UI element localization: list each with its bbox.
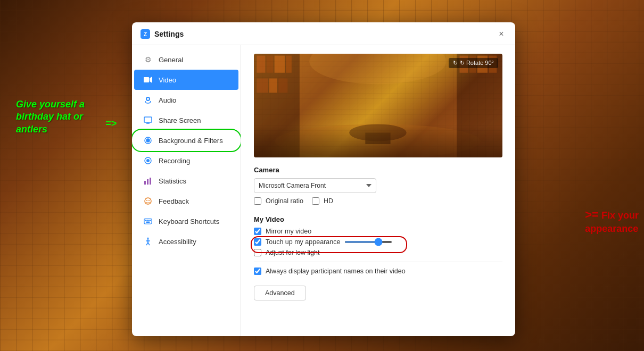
svg-point-42 — [349, 124, 406, 141]
sidebar-item-background-filters[interactable]: Background & Filters — [134, 130, 238, 151]
svg-rect-28 — [257, 56, 265, 73]
svg-rect-18 — [147, 220, 148, 221]
main-content: ↻ ↻ Rotate 90° Camera Microsoft Camera F… — [241, 45, 515, 336]
sidebar-label-general: General — [159, 56, 183, 64]
annotation-line1: Give yourself a — [16, 99, 85, 110]
accessibility-icon — [143, 236, 153, 247]
svg-rect-33 — [269, 79, 277, 93]
rotate-icon: ↻ — [453, 60, 458, 66]
sidebar-item-accessibility[interactable]: Accessibility — [134, 231, 238, 252]
svg-rect-17 — [145, 220, 146, 221]
dialog-title: Settings — [154, 30, 184, 38]
svg-point-21 — [147, 238, 149, 239]
svg-rect-19 — [150, 220, 151, 221]
touch-up-row: Touch up my appearance — [254, 238, 502, 246]
svg-rect-3 — [144, 117, 152, 122]
advanced-button[interactable]: Advanced — [254, 286, 306, 300]
sidebar-item-audio[interactable]: Audio — [134, 90, 238, 110]
video-preview: ↻ ↻ Rotate 90° — [254, 54, 502, 157]
rotate-label: ↻ Rotate 90° — [460, 60, 494, 66]
svg-rect-32 — [257, 79, 268, 93]
svg-rect-20 — [146, 222, 150, 223]
zoom-logo-icon: Z — [141, 29, 150, 39]
dialog-titlebar: Z Settings × — [132, 22, 515, 45]
dialog-body: ⚙ General Video — [132, 45, 515, 336]
sidebar-item-statistics[interactable]: Statistics — [134, 171, 238, 191]
sidebar-label-statistics: Statistics — [159, 177, 186, 185]
svg-point-15 — [148, 200, 150, 201]
svg-rect-34 — [278, 79, 287, 93]
original-ratio-row: Original ratio — [254, 197, 303, 205]
original-ratio-checkbox[interactable] — [254, 197, 261, 205]
svg-rect-12 — [150, 178, 151, 185]
fix-line2: appearance — [585, 223, 638, 234]
svg-rect-43 — [365, 132, 390, 144]
annotation-left: Give yourself a birthday hat or antlers — [16, 98, 85, 136]
fix-arrow: >= — [585, 208, 599, 221]
annotation-line3: antlers — [16, 124, 47, 135]
svg-point-7 — [146, 139, 150, 142]
adjust-row: Adjust for low light — [254, 249, 502, 256]
always-display-checkbox[interactable] — [254, 268, 261, 275]
video-icon — [143, 74, 153, 85]
annotation-right: >= Fix your appearance — [585, 207, 639, 235]
annotation-line2: birthday hat or — [16, 111, 83, 122]
svg-point-26 — [275, 124, 481, 157]
touch-up-annotation-container: Touch up my appearance — [254, 238, 502, 246]
adjust-label: Adjust for low light — [266, 249, 319, 256]
svg-point-14 — [146, 200, 147, 201]
sidebar: ⚙ General Video — [132, 45, 241, 336]
sidebar-label-feedback: Feedback — [159, 197, 189, 205]
sidebar-item-recording[interactable]: Recording — [134, 151, 238, 171]
sidebar-label-background-filters: Background & Filters — [159, 137, 223, 145]
sidebar-label-share-screen: Share Screen — [159, 116, 201, 124]
mirror-row: Mirror my video — [254, 228, 502, 235]
svg-marker-1 — [150, 77, 152, 83]
share-screen-icon — [143, 115, 153, 126]
keyboard-shortcuts-icon — [143, 216, 153, 227]
settings-dialog: Z Settings × ⚙ General Video — [132, 22, 515, 336]
original-ratio-label: Original ratio — [266, 197, 303, 205]
general-icon: ⚙ — [143, 54, 153, 65]
adjust-checkbox[interactable] — [254, 249, 261, 256]
touch-up-slider[interactable] — [344, 241, 392, 243]
ratio-row: Original ratio HD — [254, 197, 502, 208]
background-filters-icon — [143, 135, 153, 146]
sidebar-label-video: Video — [159, 76, 176, 84]
close-button[interactable]: × — [496, 29, 507, 39]
rotate-button[interactable]: ↻ ↻ Rotate 90° — [449, 58, 498, 68]
svg-line-25 — [148, 243, 150, 245]
camera-label: Camera — [254, 166, 502, 174]
svg-point-2 — [146, 97, 150, 101]
camera-section: Camera Microsoft Camera Front Original r… — [254, 166, 502, 208]
recording-icon — [143, 155, 153, 166]
hd-checkbox[interactable] — [312, 197, 319, 205]
touch-up-label: Touch up my appearance — [266, 238, 340, 246]
always-display-label: Always display participant names on thei… — [266, 268, 406, 275]
sidebar-item-share-screen[interactable]: Share Screen — [134, 110, 238, 130]
sidebar-item-general[interactable]: ⚙ General — [134, 49, 238, 70]
separator — [254, 262, 502, 262]
title-left: Z Settings — [141, 29, 184, 39]
statistics-icon — [143, 176, 153, 186]
sidebar-label-accessibility: Accessibility — [159, 238, 196, 246]
sidebar-item-video[interactable]: Video — [134, 70, 238, 90]
camera-select[interactable]: Microsoft Camera Front — [254, 178, 376, 193]
audio-icon — [143, 95, 153, 105]
annotation-arrow: => — [105, 118, 117, 129]
svg-rect-0 — [144, 77, 149, 82]
my-video-section: My Video Mirror my video Touch up my app… — [254, 215, 502, 256]
touch-up-checkbox[interactable] — [254, 238, 261, 246]
feedback-icon — [143, 196, 153, 206]
svg-rect-10 — [144, 181, 146, 185]
sidebar-item-feedback[interactable]: Feedback — [134, 191, 238, 211]
sidebar-item-keyboard-shortcuts[interactable]: Keyboard Shortcuts — [134, 211, 238, 231]
hd-label: HD — [324, 197, 333, 205]
svg-rect-30 — [275, 56, 285, 73]
svg-point-9 — [146, 159, 150, 162]
mirror-checkbox[interactable] — [254, 228, 261, 235]
svg-line-24 — [146, 243, 148, 245]
fix-line1: Fix your — [601, 210, 639, 221]
hd-row: HD — [312, 197, 333, 205]
mirror-label: Mirror my video — [266, 228, 311, 235]
